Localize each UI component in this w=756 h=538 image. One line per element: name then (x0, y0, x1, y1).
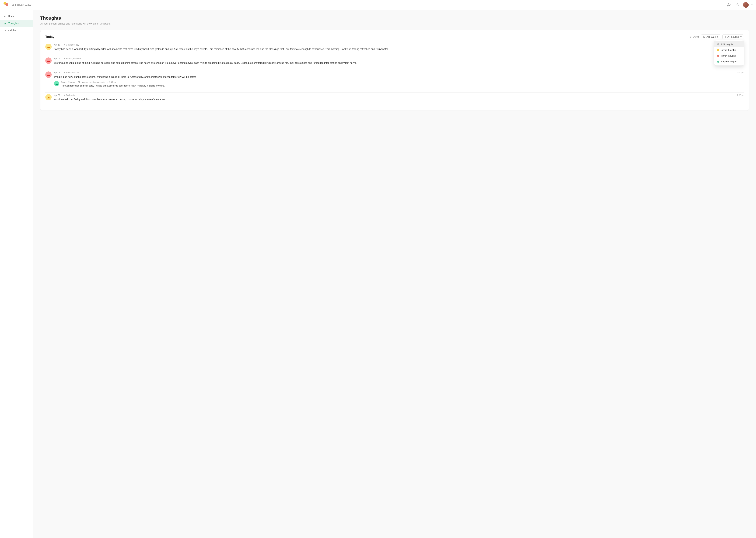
saged-label: Saged Thought (61, 81, 75, 83)
dropdown-dot-all (717, 43, 719, 45)
type-dot-icon (725, 36, 727, 38)
dropdown-item-harsh[interactable]: Harsh thoughts (714, 53, 744, 59)
thought-avatar-4: ☁ (45, 94, 52, 100)
sidebar-home-label: Home (8, 15, 15, 18)
main-content: Thoughts All your thought entries and re… (33, 10, 756, 538)
app-body: Home ☁ Thoughts Insights Thoughts All yo… (0, 10, 756, 538)
logo-circle-red (5, 3, 8, 6)
thought-time-4: 1:00pm (737, 94, 744, 96)
saged-text: Through reflection and self-care, I turn… (61, 84, 744, 87)
sidebar-item-thoughts[interactable]: ☁ Thoughts (0, 20, 33, 27)
thought-meta-1: Apr 10 · ✦ Gratitude, Joy (54, 44, 744, 46)
thought-entry-2: ☁ Apr 09 · ✦ Stress, Irritation 12:30pm (45, 57, 744, 65)
dropdown-label-all: All thoughts (721, 43, 733, 45)
calendar-small-icon: 🗓 (703, 35, 705, 38)
thought-entry-1: ☁ Apr 10 · ✦ Gratitude, Joy (45, 44, 744, 51)
sidebar-item-home[interactable]: Home (0, 13, 33, 20)
dropdown-dot-joyful (717, 49, 719, 51)
dropdown-label-joyful: Joyful thoughts (721, 49, 736, 51)
lock-icon[interactable] (734, 2, 740, 8)
thought-date-4: Apr 08 (54, 94, 60, 96)
thoughts-card: Today Show: 🗓 Apr 2024 ▾ (40, 30, 749, 111)
svg-point-0 (728, 3, 729, 5)
saged-content: Saged Thought · 10 minutes breathing exe… (61, 81, 744, 87)
filters-bar: Show: 🗓 Apr 2024 ▾ All thoughts ▾ (689, 34, 744, 39)
topbar-date: February 7, 2024 (15, 4, 32, 6)
thought-time-3: 2:00pm (737, 72, 744, 74)
thought-meta-2: Apr 09 · ✦ Stress, Irritation 12:30pm (54, 57, 744, 60)
sidebar-insights-label: Insights (8, 29, 17, 32)
cloud-icon-2: ☁ (47, 59, 50, 63)
type-filter-dropdown: All thoughts Joyful thoughts Harsh thoug… (714, 40, 744, 66)
app-logo (4, 2, 10, 8)
dropdown-item-all[interactable]: All thoughts (714, 41, 744, 47)
thought-meta-4: Apr 08 · ✦ Optimistic 1:00pm (54, 94, 744, 96)
thought-meta-left-3: Apr 08 · ✦ Hopelessness (54, 72, 79, 74)
thought-content-4: Apr 08 · ✦ Optimistic 1:00pm I couldn't … (54, 94, 744, 101)
thought-content-3: Apr 08 · ✦ Hopelessness 2:00pm Lying in … (54, 72, 744, 87)
sidebar-item-insights[interactable]: Insights (0, 27, 33, 34)
month-filter-button[interactable]: 🗓 Apr 2024 ▾ (701, 34, 720, 39)
saged-meta: Saged Thought · 10 minutes breathing exe… (61, 81, 744, 83)
user-avatar[interactable] (743, 2, 749, 8)
thought-entry-4: ☁ Apr 08 · ✦ Optimistic 1:00pm (45, 94, 744, 101)
thought-text-4: I couldn't help but feel grateful for da… (54, 97, 744, 101)
avatar-chevron[interactable]: ▾ (751, 4, 752, 6)
month-chevron-icon: ▾ (717, 35, 718, 38)
thought-content-2: Apr 09 · ✦ Stress, Irritation 12:30pm Wo… (54, 57, 744, 65)
thought-text-1: Today has been a wonderfully uplifting d… (54, 47, 744, 51)
dropdown-item-joyful[interactable]: Joyful thoughts (714, 47, 744, 53)
saged-cloud-icon: ☁ (55, 82, 58, 85)
thought-meta-left-1: Apr 10 · ✦ Gratitude, Joy (54, 44, 79, 46)
cloud-icon-3: ☁ (47, 73, 50, 77)
home-icon (4, 14, 6, 18)
user-icon[interactable] (726, 2, 732, 8)
page-subtitle: All your thought entries and reflections… (40, 22, 749, 25)
thoughts-icon: ☁ (4, 21, 7, 25)
month-filter-value: Apr 2024 (706, 35, 716, 38)
sidebar: Home ☁ Thoughts Insights (0, 10, 33, 538)
thought-tags-1: ✦ Gratitude, Joy (64, 44, 79, 46)
dropdown-label-harsh: Harsh thoughts (721, 54, 736, 57)
show-label: Show: (689, 35, 699, 38)
svg-rect-3 (736, 5, 739, 6)
type-filter-wrapper: All thoughts ▾ All thoughts Joyful t (722, 34, 744, 39)
saged-avatar: ☁ (54, 81, 59, 86)
thought-avatar-3: ☁ (45, 72, 52, 78)
card-header: Today Show: 🗓 Apr 2024 ▾ (45, 34, 744, 39)
sidebar-thoughts-label: Thoughts (8, 22, 19, 25)
topbar-left: 🗓 February 7, 2024 (4, 2, 32, 8)
thought-entry-3: ☁ Apr 08 · ✦ Hopelessness 2:00pm (45, 72, 744, 87)
thought-text-2: Work was its usual blend of mind-numbing… (54, 61, 744, 65)
thought-meta-left-2: Apr 09 · ✦ Stress, Irritation (54, 57, 81, 60)
thought-avatar-1: ☁ (45, 44, 52, 50)
thought-tags-4: ✦ Optimistic (64, 94, 75, 96)
saged-time: 3:40pm (109, 81, 116, 83)
divider-3 (45, 92, 744, 93)
page-title: Thoughts (40, 16, 749, 21)
cloud-icon-1: ☁ (47, 45, 50, 49)
type-chevron-icon: ▾ (740, 35, 742, 38)
type-filter-button[interactable]: All thoughts ▾ (722, 34, 744, 39)
card-section-title: Today (45, 35, 54, 39)
dropdown-dot-harsh (717, 55, 719, 57)
calendar-icon: 🗓 (12, 4, 14, 6)
thought-tags-2: ✦ Stress, Irritation (64, 57, 81, 60)
thought-date-2: Apr 09 (54, 57, 60, 60)
thought-meta-3: Apr 08 · ✦ Hopelessness 2:00pm (54, 72, 744, 74)
cloud-icon-4: ☁ (47, 95, 50, 99)
thought-avatar-2: ☁ (45, 57, 52, 64)
thought-date-1: Apr 10 (54, 44, 60, 46)
type-filter-value: All thoughts (728, 35, 739, 38)
date-badge: 🗓 February 7, 2024 (12, 4, 32, 6)
thought-meta-left-4: Apr 08 · ✦ Optimistic (54, 94, 75, 96)
dropdown-item-saged[interactable]: Saged thoughts (714, 59, 744, 65)
saged-exercise: 10 minutes breathing exercise (78, 81, 106, 83)
saged-entry-3: ☁ Saged Thought · 10 minutes breathing e… (54, 81, 744, 87)
topbar: 🗓 February 7, 2024 ▾ (0, 0, 756, 10)
thought-content-1: Apr 10 · ✦ Gratitude, Joy Today has been… (54, 44, 744, 51)
avatar-image (743, 2, 749, 8)
dropdown-dot-saged (717, 61, 719, 63)
thought-date-3: Apr 08 (54, 72, 60, 74)
thought-text-3: Lying in bed now, staring at the ceiling… (54, 75, 744, 79)
